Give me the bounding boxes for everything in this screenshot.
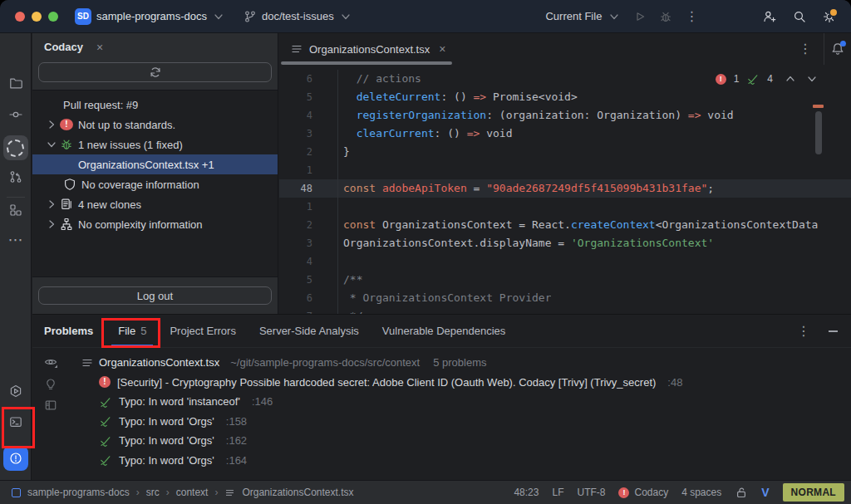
pull-requests-tool-button[interactable]	[9, 170, 22, 183]
notifications-button[interactable]	[824, 33, 851, 65]
code-line[interactable]: 5 deleteCurrent: () => Promise<void>	[279, 88, 851, 106]
close-tab-button[interactable]: ×	[439, 42, 445, 56]
editor-options-button[interactable]: ⋮	[799, 42, 812, 56]
problems-file-row[interactable]: OrganizationsContext.tsx ~/git/sample-pr…	[32, 353, 851, 373]
codacy-tree-item[interactable]: 4 new clones	[32, 194, 278, 214]
error-count: 1	[734, 73, 740, 85]
code-line[interactable]: 5/**	[279, 271, 851, 289]
chevron-down-icon	[339, 10, 352, 23]
tab-server-side-analysis[interactable]: Server-Side Analysis	[248, 315, 371, 347]
problem-row[interactable]: Typo: In word 'Orgs':164	[32, 451, 851, 471]
codacy-tree-item[interactable]: No complexity information	[32, 214, 278, 234]
codacy-tool-button[interactable]	[3, 135, 28, 160]
logout-button[interactable]: Log out	[38, 286, 272, 305]
problem-text: Typo: In word 'Orgs'	[119, 415, 214, 428]
next-problem-button[interactable]	[805, 72, 819, 86]
tree-item-label: No coverage information	[81, 179, 199, 191]
problem-line-number: :146	[252, 395, 273, 408]
code-line[interactable]: 6 * OrganizationsContext Provider	[279, 289, 851, 307]
search-everywhere-button[interactable]	[793, 10, 806, 23]
problems-options-button[interactable]: ⋮	[797, 325, 810, 338]
close-panel-button[interactable]: ×	[96, 42, 103, 53]
refresh-button[interactable]	[38, 62, 272, 82]
branch-selector[interactable]: doc/test-issues	[243, 10, 352, 23]
run-button[interactable]	[633, 10, 647, 23]
unlock-icon[interactable]	[735, 486, 748, 499]
codacy-tree-item[interactable]: Pull request: #9	[32, 95, 278, 115]
chevron-expanded-icon[interactable]	[45, 138, 58, 151]
problems-header: Problems File5Project ErrorsServer-Side …	[32, 315, 851, 348]
line-number: 6	[279, 70, 338, 88]
tree-item-label: OrganizationsContext.tsx +1	[78, 159, 214, 171]
code-line[interactable]: 7 */	[279, 307, 851, 314]
breadcrumb-item[interactable]: src	[146, 487, 160, 498]
breadcrumb-item[interactable]: context	[176, 487, 209, 498]
code-line[interactable]: 3OrganizationsContext.displayName = 'Org…	[279, 234, 851, 252]
problems-tool-button[interactable]	[3, 446, 28, 471]
code-line[interactable]: 2}	[279, 143, 851, 161]
tab-label: File	[118, 325, 135, 337]
problem-row[interactable]: Typo: In word 'instanceof':146	[32, 392, 851, 412]
breadcrumb-item[interactable]: OrganizationsContext.tsx	[242, 487, 353, 498]
close-window-button[interactable]	[15, 12, 25, 22]
project-tool-button[interactable]	[9, 76, 22, 90]
scrollbar-error-mark[interactable]	[813, 105, 824, 108]
quick-fix-button[interactable]	[44, 377, 57, 390]
code-area[interactable]: ! 1 4 6 // actions5 deleteCurrent: () =>…	[279, 65, 851, 314]
code-line[interactable]: 4 registerOrganization: (organization: O…	[279, 106, 851, 125]
previous-problem-button[interactable]	[784, 72, 797, 86]
commit-tool-button[interactable]	[9, 108, 22, 121]
more-tool-windows-button[interactable]: ⋯	[8, 232, 23, 247]
problem-row[interactable]: Typo: In word 'Orgs':162	[32, 431, 851, 451]
project-selector[interactable]: SD sample-programs-docs	[75, 8, 225, 25]
inspections-widget[interactable]: ! 1 4	[716, 72, 819, 86]
indent-style[interactable]: 4 spaces	[681, 487, 721, 498]
codacy-status[interactable]: ! Codacy	[618, 487, 668, 498]
debug-button[interactable]	[659, 10, 672, 23]
preview-source-button[interactable]	[44, 399, 57, 412]
code-line[interactable]: 1	[279, 161, 851, 179]
code-line[interactable]: 1	[279, 198, 851, 216]
code-text: }	[338, 143, 350, 161]
structure-tool-button[interactable]	[9, 203, 22, 217]
run-config-name: Current File	[545, 10, 602, 22]
problem-row[interactable]: Typo: In word 'Orgs':158	[32, 412, 851, 432]
zoom-window-button[interactable]	[48, 12, 58, 22]
code-line-current[interactable]: 48const adobeApiToken = "90ade2687249df5…	[279, 179, 851, 198]
minimize-window-button[interactable]	[32, 12, 42, 22]
codacy-tree-item[interactable]: No coverage information	[32, 174, 278, 194]
editor-tab[interactable]: OrganizationsContext.tsx ×	[279, 33, 454, 65]
code-line[interactable]: 4	[279, 252, 851, 271]
more-actions-button[interactable]: ⋮	[685, 10, 698, 23]
chevron-collapsed-icon[interactable]	[45, 198, 58, 211]
vim-icon[interactable]: V	[761, 486, 769, 499]
code-text: clearCurrent: () => void	[338, 125, 513, 143]
code-with-me-button[interactable]	[763, 10, 776, 23]
chevron-collapsed-icon[interactable]	[45, 118, 58, 131]
services-tool-button[interactable]	[9, 384, 22, 398]
codacy-tree-item[interactable]: !Not up to standards.	[32, 115, 278, 135]
problem-row[interactable]: ![Security] - Cryptography Possible hard…	[32, 373, 851, 393]
file-encoding[interactable]: UTF-8	[577, 487, 605, 498]
run-configuration-selector[interactable]: Current File	[545, 10, 621, 23]
tab-project-errors[interactable]: Project Errors	[158, 315, 247, 347]
code-line[interactable]: 2const OrganizationsContext = React.crea…	[279, 216, 851, 234]
codacy-tree-item[interactable]: OrganizationsContext.tsx +1	[32, 154, 278, 174]
tab-vulnerable-dependencies[interactable]: Vulnerable Dependencies	[371, 315, 517, 347]
line-separator[interactable]: LF	[552, 487, 563, 498]
code-line[interactable]: 3 clearCurrent: () => void	[279, 125, 851, 143]
view-options-button[interactable]	[44, 355, 57, 369]
tab-file[interactable]: File5	[106, 315, 158, 347]
logout-label: Log out	[137, 290, 173, 302]
editor-scrollbar[interactable]	[815, 111, 822, 154]
traffic-lights	[15, 12, 58, 22]
typo-icon	[99, 434, 112, 448]
settings-button[interactable]	[823, 10, 836, 23]
chevron-collapsed-icon[interactable]	[45, 218, 58, 231]
hide-panel-button[interactable]	[829, 330, 838, 332]
terminal-tool-button[interactable]	[9, 415, 22, 428]
caret-position[interactable]: 48:23	[514, 487, 539, 498]
problem-line-number: :48	[667, 376, 682, 389]
codacy-tree-item[interactable]: 1 new issues (1 fixed)	[32, 135, 278, 154]
breadcrumb-item[interactable]: sample-programs-docs	[27, 487, 130, 498]
